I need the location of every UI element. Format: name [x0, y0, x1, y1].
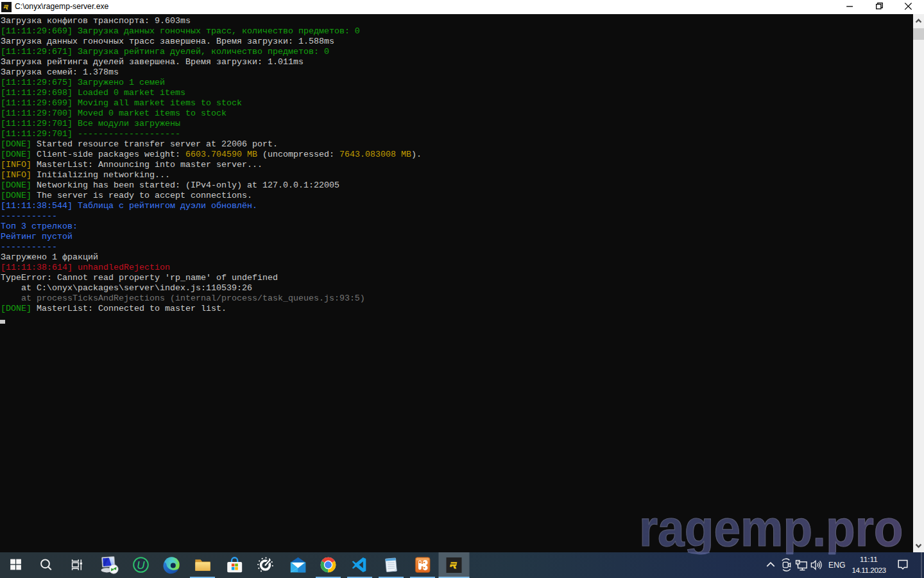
- svg-text:ENG: ENG: [828, 561, 845, 570]
- svg-text:U: U: [137, 559, 145, 572]
- svg-text:11:11: 11:11: [860, 555, 878, 564]
- svg-text:14.11.2023: 14.11.2023: [851, 566, 886, 575]
